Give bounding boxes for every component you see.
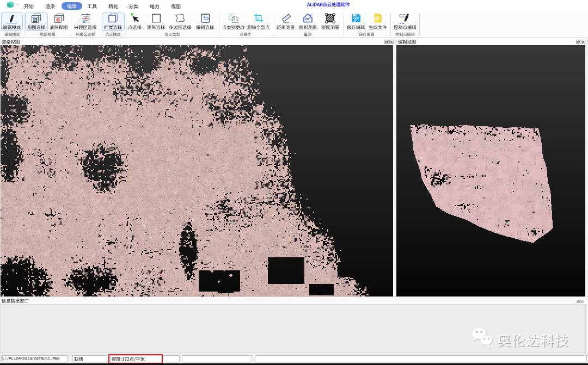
svg-text:m²: m² <box>305 16 311 21</box>
svg-text:GC: GC <box>399 13 406 18</box>
